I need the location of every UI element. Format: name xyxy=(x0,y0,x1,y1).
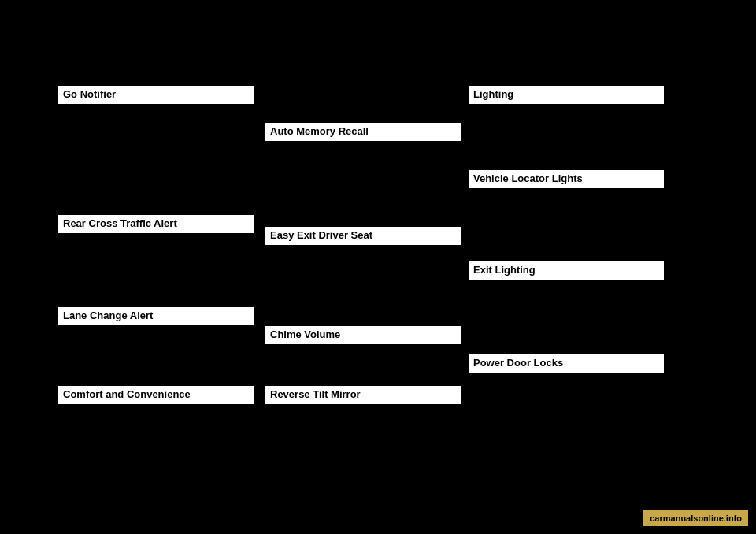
comfort-and-convenience-label: Comfort and Convenience xyxy=(58,386,254,404)
exit-lighting-label: Exit Lighting xyxy=(469,261,664,280)
chime-volume-label: Chime Volume xyxy=(265,326,461,344)
page-container: carmanualsonline.info Go NotifierLightin… xyxy=(0,0,756,534)
auto-memory-recall-label: Auto Memory Recall xyxy=(265,123,461,141)
go-notifier-label: Go Notifier xyxy=(58,86,254,104)
watermark: carmanualsonline.info xyxy=(643,510,748,526)
rear-cross-traffic-alert-label: Rear Cross Traffic Alert xyxy=(58,215,254,233)
easy-exit-driver-seat-label: Easy Exit Driver Seat xyxy=(265,227,461,245)
power-door-locks-label: Power Door Locks xyxy=(469,354,664,373)
lane-change-alert-label: Lane Change Alert xyxy=(58,307,254,325)
vehicle-locator-lights-label: Vehicle Locator Lights xyxy=(469,170,664,188)
reverse-tilt-mirror-label: Reverse Tilt Mirror xyxy=(265,386,461,404)
lighting-label: Lighting xyxy=(469,86,664,104)
